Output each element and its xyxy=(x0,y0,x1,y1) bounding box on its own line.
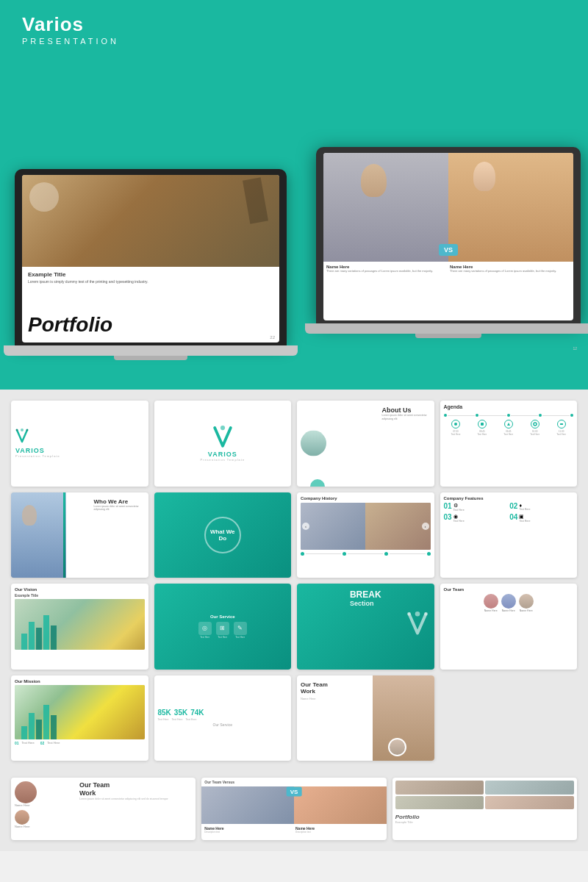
who-accent-line xyxy=(63,492,65,578)
slide-body: Lorem ipsum is simply dummy text of the … xyxy=(28,279,273,284)
slide-what-we-do[interactable]: What We Do xyxy=(154,492,292,578)
vs-screen: VS Name Here There are many variations o… xyxy=(323,153,573,320)
about-title: About Us xyxy=(382,406,430,414)
slide-our-team[interactable]: Our Team Name Here Name Here Name Here xyxy=(440,584,578,670)
vs-person-left: Name Here There are many variations of p… xyxy=(326,265,447,318)
agenda-dot-5 xyxy=(570,414,573,417)
history-arrow-left[interactable]: ‹ xyxy=(302,523,309,530)
mission-num-1: 01 xyxy=(15,741,19,745)
agenda-item-5: 11:00 Text Here xyxy=(549,420,573,436)
slide-varios-center[interactable]: VARIOS Presentation Template xyxy=(154,401,292,487)
agenda-icon-2 xyxy=(478,420,487,429)
service-item-2: ⊞ Text Here xyxy=(216,622,229,639)
slide-who-we-are[interactable]: Who We Are Lorem ipsum dolor sit amet co… xyxy=(11,492,148,578)
slide-about-us[interactable]: About Us Lorem ipsum dolor sit amet cons… xyxy=(297,401,434,487)
portfolio-img-3 xyxy=(395,796,484,809)
portfolio-images-grid xyxy=(392,778,577,812)
feature-icon-1: ⚙ xyxy=(453,503,465,509)
teamwork-content: Our TeamWork Name Here xyxy=(301,681,328,700)
agenda-icon-5 xyxy=(557,420,566,429)
agenda-text-2: Text Here xyxy=(477,433,487,436)
versus-person-right: Name Here Description text xyxy=(295,826,384,833)
header-section: Varios PRESENTATION Example Title Lorem … xyxy=(0,0,588,390)
vs-desc-right: There are many variations of passages of… xyxy=(450,269,570,273)
slide-title: Example Title xyxy=(28,271,273,278)
about-circle-photo xyxy=(301,431,326,456)
feature-text-3: Text Here xyxy=(453,520,465,523)
agenda-icon-1 xyxy=(451,420,460,429)
varios-center-icon xyxy=(212,426,233,451)
varios-center-title: VARIOS xyxy=(208,451,237,458)
agenda-title: Agenda xyxy=(444,404,574,409)
svg-point-10 xyxy=(407,612,411,616)
slide-number: 22 xyxy=(270,335,275,340)
agenda-text-3: Text Here xyxy=(503,433,513,436)
team-title: Our Team xyxy=(444,587,574,592)
service-label-3: Text Here xyxy=(235,636,245,639)
btw-avatar-large xyxy=(15,781,37,803)
vs-right-photo xyxy=(448,153,573,262)
slide-company-history[interactable]: Company History ‹ › xyxy=(297,492,434,578)
mission-label-2: Text Here xyxy=(47,741,60,745)
versus-title: Our Team Versus xyxy=(204,780,234,784)
laptop-left-screen-inner: Example Title Lorem ipsum is simply dumm… xyxy=(22,175,279,343)
who-title: Who We Are xyxy=(94,498,146,505)
what-title: What We Do xyxy=(206,528,240,542)
mission-label-1: Text Here xyxy=(22,741,35,745)
what-circle: What We Do xyxy=(204,517,241,553)
service-item-3: ✎ Text Here xyxy=(234,622,247,639)
slide-our-mission[interactable]: Our Mission 01 Text Here 02 Text Here xyxy=(11,675,148,761)
agenda-items: 07:00 Text Here 08:45 Text Here 09:45 Te… xyxy=(444,420,574,436)
portfolio-text: Portfolio xyxy=(28,313,112,337)
versus-desc-left: Description text xyxy=(204,831,293,833)
versus-badge: VS xyxy=(287,786,302,796)
slide-our-service-1[interactable]: Our Service ◎ Text Here ⊞ Text Here ✎ Te… xyxy=(154,584,292,670)
stat-3: 74K xyxy=(190,709,204,717)
svg-point-7 xyxy=(534,423,537,426)
agenda-text-5: Text Here xyxy=(556,433,566,436)
feature-item-4: 04 ▣ Text Here xyxy=(509,514,573,523)
svg-rect-5 xyxy=(481,423,484,426)
features-title: Company Features xyxy=(444,496,574,501)
vs-left-photo xyxy=(323,153,448,262)
history-timeline xyxy=(301,552,431,556)
brand-title: Varios xyxy=(22,13,119,36)
screen-image-area xyxy=(22,175,279,267)
teamwork-name: Name Here xyxy=(301,697,328,700)
bottom-teamwork-large[interactable]: Name Here Name Here Our TeamWork Lorem i… xyxy=(11,778,196,840)
feature-num-4: 04 xyxy=(509,514,517,521)
team-avatar-3 xyxy=(519,594,534,609)
feature-icon-2: ♦ xyxy=(519,503,530,508)
svg-point-0 xyxy=(21,429,24,431)
service-icon-box-2: ⊞ xyxy=(216,622,229,635)
portfolio-img-1 xyxy=(395,781,484,794)
history-arrow-right[interactable]: › xyxy=(422,523,429,530)
feature-num-2: 02 xyxy=(509,503,517,510)
agenda-text-4: Text Here xyxy=(530,433,539,436)
mission-image xyxy=(15,685,145,740)
service-icon-sym-1: ◎ xyxy=(202,625,207,631)
agenda-item-3: 09:45 Text Here xyxy=(496,420,520,436)
slide-stats[interactable]: 85K 35K 74K Text Here Text Here Text Her… xyxy=(154,675,292,761)
btw-avatar-small xyxy=(15,810,29,825)
bottom-team-versus[interactable]: Our Team Versus VS Name Here Description… xyxy=(201,778,386,840)
slide-our-teamwork[interactable]: Our TeamWork Name Here xyxy=(297,675,434,761)
team-member-3: Name Here xyxy=(519,594,534,612)
svg-point-1 xyxy=(16,429,18,431)
stat-2: 35K xyxy=(174,709,187,717)
laptop-left-screen: Example Title Lorem ipsum is simply dumm… xyxy=(15,169,287,345)
slide-agenda[interactable]: Agenda 07:00 Text Here xyxy=(440,401,578,487)
btw-name-2: Name Here xyxy=(15,825,72,828)
slide-company-features[interactable]: Company Features 01 ⚙ Text Here 02 ♦ Tex… xyxy=(440,492,578,578)
slide-our-vision[interactable]: Our Vision Example Title xyxy=(11,584,148,670)
svg-point-2 xyxy=(26,429,29,431)
about-desc: Lorem ipsum dolor sit amet consectetur a… xyxy=(382,414,430,421)
varios-logo-title: VARIOS xyxy=(15,447,45,454)
varios-center-sub: Presentation Template xyxy=(200,458,245,462)
svg-marker-6 xyxy=(507,423,510,426)
slide-varios-logo[interactable]: VARIOS Presentation Template xyxy=(11,401,148,487)
slide-break-section[interactable]: BREAK Section xyxy=(297,584,434,670)
history-title: Company History xyxy=(301,496,431,501)
bottom-portfolio[interactable]: Portfolio Example Title xyxy=(392,778,577,840)
service-icon-box-3: ✎ xyxy=(234,622,247,635)
